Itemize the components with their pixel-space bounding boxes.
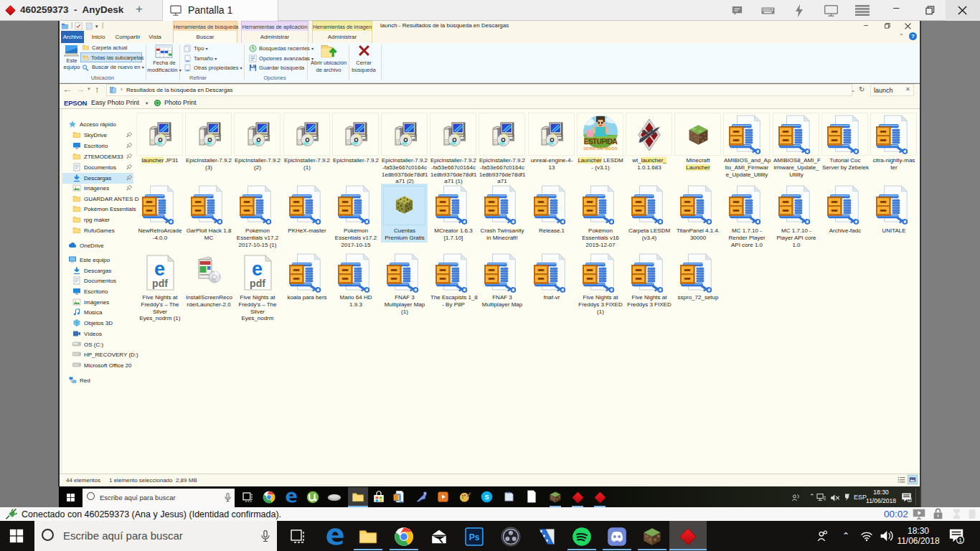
svg-text:1: 1 (958, 537, 962, 544)
svg-text:3: 3 (908, 498, 910, 502)
